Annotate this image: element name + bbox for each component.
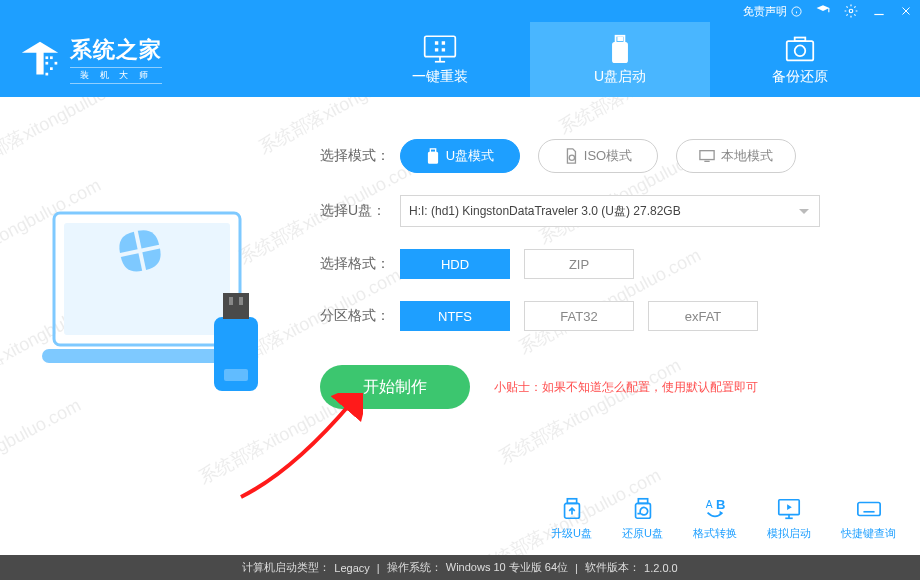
tab-label: 备份还原	[772, 68, 828, 86]
usb-up-icon	[559, 496, 585, 522]
row-start: 开始制作 小贴士：如果不知道怎么配置，使用默认配置即可	[320, 365, 880, 409]
disclaimer-label: 免责声明	[743, 4, 787, 19]
svg-point-34	[569, 155, 574, 160]
status-boot-label: 计算机启动类型：	[242, 560, 330, 575]
tool-label: 快捷键查询	[841, 526, 896, 541]
row-mode: 选择模式： U盘模式 ISO模式 本地模式	[320, 139, 880, 173]
svg-rect-8	[45, 56, 48, 59]
tab-label: 一键重装	[412, 68, 468, 86]
logo: 系统之家 装 机 大 师	[18, 35, 162, 84]
tool-label: 格式转换	[693, 526, 737, 541]
svg-text:A: A	[706, 499, 713, 510]
svg-rect-11	[55, 61, 58, 64]
svg-point-22	[795, 45, 806, 56]
tab-backup[interactable]: 备份还原	[710, 22, 890, 97]
minimize-icon[interactable]	[872, 4, 886, 18]
svg-rect-12	[50, 67, 53, 70]
mode-iso[interactable]: ISO模式	[538, 139, 658, 173]
svg-rect-14	[425, 36, 456, 56]
tab-usb-boot[interactable]: U盘启动	[530, 22, 710, 97]
format-label: 选择格式：	[320, 255, 400, 273]
start-button[interactable]: 开始制作	[320, 365, 470, 409]
svg-rect-21	[787, 41, 813, 60]
info-icon	[791, 6, 802, 17]
tab-reinstall[interactable]: 一键重装	[350, 22, 530, 97]
svg-rect-29	[229, 297, 233, 305]
mode-usb[interactable]: U盘模式	[400, 139, 520, 173]
status-os-label: 操作系统：	[387, 560, 442, 575]
svg-rect-31	[224, 369, 248, 381]
partition-exfat[interactable]: exFAT	[648, 301, 758, 331]
tool-simulate-boot[interactable]: 模拟启动	[767, 496, 811, 541]
tip-text: 小贴士：如果不知道怎么配置，使用默认配置即可	[494, 379, 758, 396]
mode-local-label: 本地模式	[721, 147, 773, 165]
svg-rect-19	[618, 37, 619, 40]
graduation-icon[interactable]	[816, 4, 830, 18]
status-ver-value: 1.2.0.0	[644, 562, 678, 574]
svg-rect-18	[613, 42, 627, 61]
format-zip[interactable]: ZIP	[524, 249, 634, 279]
titlebar: 免责声明	[0, 0, 920, 22]
svg-rect-10	[45, 61, 48, 64]
row-disk: 选择U盘： H:I: (hd1) KingstonDataTraveler 3.…	[320, 195, 880, 227]
monitor-icon	[423, 34, 457, 64]
mode-label: 选择模式：	[320, 147, 400, 165]
statusbar: 计算机启动类型： Legacy | 操作系统： Windows 10 专业版 6…	[0, 555, 920, 580]
camera-icon	[785, 34, 815, 64]
mode-iso-label: ISO模式	[584, 147, 632, 165]
partition-ntfs[interactable]: NTFS	[400, 301, 510, 331]
row-partition: 分区格式： NTFS FAT32 exFAT	[320, 301, 880, 331]
svg-rect-13	[45, 72, 48, 75]
tool-label: 还原U盘	[622, 526, 663, 541]
status-ver-label: 软件版本：	[585, 560, 640, 575]
laptop-usb-illustration	[42, 209, 282, 419]
svg-text:B: B	[716, 497, 725, 512]
tool-upgrade-usb[interactable]: 升级U盘	[551, 496, 592, 541]
svg-rect-9	[50, 56, 53, 59]
usb-icon	[608, 34, 632, 64]
svg-marker-7	[22, 41, 58, 74]
usb-small-icon	[426, 148, 440, 164]
mode-local[interactable]: 本地模式	[676, 139, 796, 173]
monitor-play-icon	[776, 496, 802, 522]
close-icon[interactable]	[900, 5, 912, 17]
brand-title: 系统之家	[70, 35, 162, 65]
partition-label: 分区格式：	[320, 307, 400, 325]
svg-rect-23	[795, 37, 806, 41]
monitor-small-icon	[699, 149, 715, 163]
tool-restore-usb[interactable]: 还原U盘	[622, 496, 663, 541]
tool-label: 升级U盘	[551, 526, 592, 541]
convert-icon: AB	[702, 496, 728, 522]
tools: 升级U盘 还原U盘 AB 格式转换 模拟启动 快捷键查询	[551, 496, 896, 541]
disclaimer-link[interactable]: 免责声明	[743, 4, 802, 19]
svg-rect-28	[223, 293, 249, 319]
body: 系统部落xitongbuluo.com 系统部落xitongbuluo.com …	[0, 97, 920, 555]
tool-convert-format[interactable]: AB 格式转换	[693, 496, 737, 541]
disk-label: 选择U盘：	[320, 202, 400, 220]
usb-restore-icon	[630, 496, 656, 522]
tool-hotkey-lookup[interactable]: 快捷键查询	[841, 496, 896, 541]
svg-rect-33	[428, 152, 437, 163]
svg-rect-49	[857, 503, 879, 516]
tabs: 一键重装 U盘启动 备份还原	[350, 22, 890, 97]
svg-marker-48	[787, 504, 792, 510]
svg-rect-20	[621, 37, 622, 40]
tool-label: 模拟启动	[767, 526, 811, 541]
disk-value: H:I: (hd1) KingstonDataTraveler 3.0 (U盘)…	[409, 203, 681, 220]
logo-icon	[18, 40, 62, 80]
svg-rect-35	[700, 151, 714, 160]
status-os-value: Windows 10 专业版 64位	[446, 560, 568, 575]
settings-icon[interactable]	[844, 4, 858, 18]
svg-point-3	[849, 9, 853, 13]
row-format: 选择格式： HDD ZIP	[320, 249, 880, 279]
disk-select[interactable]: H:I: (hd1) KingstonDataTraveler 3.0 (U盘)…	[400, 195, 820, 227]
brand-sub: 装 机 大 师	[70, 67, 162, 84]
format-hdd[interactable]: HDD	[400, 249, 510, 279]
status-boot-value: Legacy	[334, 562, 369, 574]
mode-usb-label: U盘模式	[446, 147, 494, 165]
config-panel: 选择模式： U盘模式 ISO模式 本地模式 选择U盘： H:I: (hd1	[320, 139, 880, 431]
keyboard-icon	[856, 496, 882, 522]
partition-fat32[interactable]: FAT32	[524, 301, 634, 331]
header: 系统之家 装 机 大 师 一键重装 U盘启动 备份还原	[0, 22, 920, 97]
file-icon	[564, 148, 578, 164]
